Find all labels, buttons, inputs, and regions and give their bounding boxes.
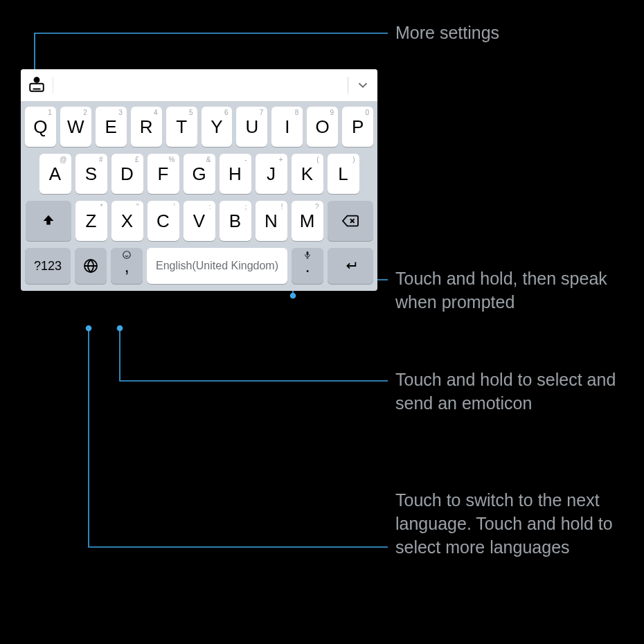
- key-w[interactable]: W2: [60, 107, 91, 147]
- svg-point-3: [87, 326, 91, 331]
- keyboard-settings-icon[interactable]: [28, 76, 46, 94]
- key-i[interactable]: I8: [271, 107, 303, 147]
- key-alt-label: (: [316, 156, 319, 163]
- keyboard-row-3: Z*X"C'V:B;N!M?: [25, 201, 373, 241]
- keyboard-row-bottom: ?123 , English(United Kingdom): [25, 248, 373, 284]
- key-v[interactable]: V:: [184, 201, 215, 241]
- globe-icon: [82, 258, 99, 274]
- key-alt-label: #: [99, 156, 103, 163]
- backspace-icon: [341, 213, 359, 229]
- svg-point-1: [291, 294, 296, 298]
- key-a[interactable]: A@: [39, 154, 71, 194]
- key-alt-label: 0: [366, 109, 370, 116]
- key-alt-label: £: [135, 156, 139, 163]
- key-u[interactable]: U7: [236, 107, 267, 147]
- key-alt-label: +: [279, 156, 283, 163]
- mic-period-key[interactable]: .: [292, 248, 323, 284]
- key-s[interactable]: S#: [75, 154, 107, 194]
- key-alt-label: 5: [189, 109, 193, 116]
- key-n[interactable]: N!: [256, 201, 287, 241]
- key-alt-label: @: [60, 156, 66, 163]
- key-p[interactable]: P0: [342, 107, 373, 147]
- shift-key[interactable]: [26, 201, 71, 241]
- key-c[interactable]: C': [147, 201, 179, 241]
- key-alt-label: 7: [260, 109, 264, 116]
- key-k[interactable]: K(: [292, 154, 323, 194]
- annotation-mic: Touch and hold, then speak when prompted: [395, 267, 631, 314]
- key-alt-label: ?: [315, 203, 319, 211]
- key-alt-label: -: [244, 156, 247, 163]
- shift-icon: [41, 213, 56, 229]
- key-o[interactable]: O9: [307, 107, 338, 147]
- svg-point-7: [123, 251, 131, 259]
- key-alt-label: 2: [83, 109, 87, 116]
- key-alt-label: 4: [154, 109, 158, 116]
- key-m[interactable]: M?: [292, 201, 323, 241]
- emoji-icon: [122, 250, 132, 260]
- key-alt-label: ': [174, 203, 175, 211]
- svg-rect-8: [307, 251, 309, 256]
- key-alt-label: ;: [245, 203, 247, 211]
- topbar-divider: [53, 77, 53, 93]
- key-g[interactable]: G&: [184, 154, 215, 194]
- key-alt-label: 8: [295, 109, 299, 116]
- key-alt-label: ": [136, 203, 139, 211]
- annotation-more-settings: More settings: [395, 21, 499, 45]
- key-alt-label: 3: [118, 109, 123, 116]
- key-alt-label: *: [100, 203, 103, 211]
- collapse-keyboard-icon[interactable]: [355, 78, 370, 93]
- enter-key[interactable]: [328, 248, 373, 284]
- key-y[interactable]: Y6: [202, 107, 233, 147]
- key-alt-label: ): [352, 156, 355, 163]
- key-t[interactable]: T5: [166, 107, 197, 147]
- key-r[interactable]: R4: [131, 107, 162, 147]
- key-alt-label: 1: [48, 109, 52, 116]
- keyboard-topbar: [21, 69, 377, 101]
- key-f[interactable]: F%: [147, 154, 179, 194]
- key-alt-label: &: [206, 156, 211, 163]
- key-b[interactable]: B;: [220, 201, 251, 241]
- enter-icon: [341, 258, 359, 274]
- key-alt-label: 6: [224, 109, 229, 116]
- key-q[interactable]: Q1: [25, 107, 56, 147]
- key-d[interactable]: D£: [111, 154, 143, 194]
- key-z[interactable]: Z*: [75, 201, 107, 241]
- key-h[interactable]: H-: [220, 154, 251, 194]
- key-alt-label: !: [281, 203, 283, 211]
- svg-rect-4: [30, 84, 44, 91]
- keyboard-row-1: Q1W2E3R4T5Y6U7I8O9P0: [25, 107, 373, 147]
- key-alt-label: %: [169, 156, 175, 163]
- spacebar[interactable]: English(United Kingdom): [147, 248, 287, 284]
- backspace-key[interactable]: [328, 201, 373, 241]
- language-key[interactable]: [75, 248, 107, 284]
- numeric-key[interactable]: ?123: [25, 248, 71, 284]
- microphone-icon: [303, 250, 312, 260]
- svg-point-2: [118, 326, 123, 331]
- virtual-keyboard: Q1W2E3R4T5Y6U7I8O9P0 A@S#D£F%G&H-J+K(L) …: [21, 69, 377, 291]
- key-j[interactable]: J+: [256, 154, 287, 194]
- annotation-emoji: Touch and hold to select and send an emo…: [395, 368, 617, 415]
- key-x[interactable]: X": [111, 201, 143, 241]
- key-l[interactable]: L): [328, 154, 359, 194]
- annotation-globe: Touch to switch to the next language. To…: [395, 489, 617, 559]
- key-e[interactable]: E3: [96, 107, 127, 147]
- topbar-divider: [348, 77, 348, 93]
- emoji-comma-key[interactable]: ,: [111, 248, 143, 284]
- keyboard-row-2: A@S#D£F%G&H-J+K(L): [25, 154, 373, 194]
- key-alt-label: :: [209, 203, 211, 211]
- key-alt-label: 9: [330, 109, 334, 116]
